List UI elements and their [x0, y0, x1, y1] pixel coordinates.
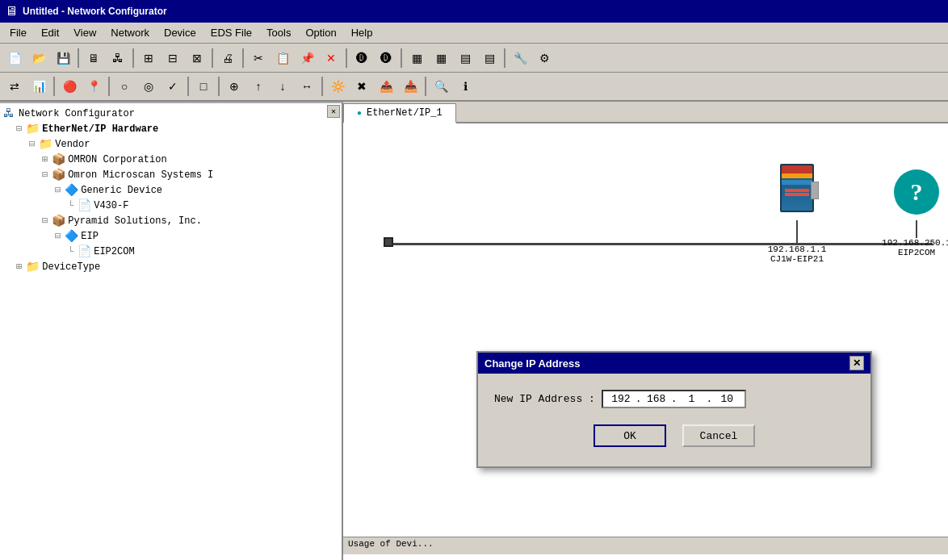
- cancel-button[interactable]: Cancel: [682, 424, 755, 447]
- dialog-title-bar: Change IP Address ✕: [478, 353, 870, 374]
- ok-button[interactable]: OK: [594, 424, 666, 447]
- dialog-body: New IP Address : . . . OK Cancel: [478, 374, 870, 466]
- ip-octet-2[interactable]: [644, 393, 669, 405]
- ip-input-group: . . .: [602, 390, 746, 408]
- change-ip-dialog: Change IP Address ✕ New IP Address : . .…: [476, 351, 872, 468]
- dialog-close-button[interactable]: ✕: [849, 356, 864, 370]
- ip-octet-1[interactable]: [608, 393, 634, 405]
- dialog-title: Change IP Address: [484, 357, 580, 370]
- ip-dot-2: .: [671, 393, 677, 405]
- ip-octet-3[interactable]: [678, 393, 704, 405]
- ip-dot-1: .: [635, 393, 642, 405]
- dialog-buttons: OK Cancel: [494, 424, 854, 453]
- dialog-overlay: Change IP Address ✕ New IP Address : . .…: [0, 0, 948, 560]
- ip-address-row: New IP Address : . . .: [494, 390, 854, 408]
- ip-octet-4[interactable]: [714, 393, 740, 405]
- ip-label: New IP Address :: [494, 393, 595, 405]
- ip-dot-3: .: [706, 393, 712, 405]
